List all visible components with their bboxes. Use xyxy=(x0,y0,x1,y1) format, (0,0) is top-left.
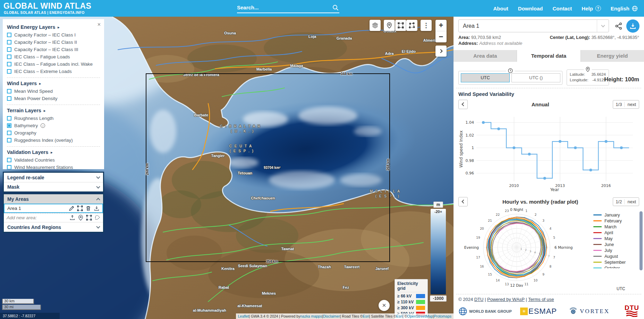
vortex-icon xyxy=(569,307,578,316)
draw-polygon-button[interactable] xyxy=(406,20,417,31)
legend-rescale-toggle[interactable]: Legend re-scale xyxy=(4,173,103,182)
layer-item[interactable]: Bathymetryi xyxy=(7,122,100,129)
layer-checkbox[interactable] xyxy=(7,89,11,93)
layer-item[interactable]: Capacity Factor – IEC Class III xyxy=(7,46,100,53)
attribution-link[interactable]: OpenStreetMap xyxy=(407,314,433,318)
layer-item[interactable]: IEC Class – Fatigue Loads xyxy=(7,53,100,60)
attribution-link[interactable]: Esri xyxy=(396,314,402,318)
layer-checkbox[interactable] xyxy=(7,62,11,66)
close-legend-button[interactable]: ✕ xyxy=(379,300,390,311)
share-button[interactable] xyxy=(615,22,623,30)
layer-item[interactable]: Roughness Length xyxy=(7,115,100,122)
layer-item[interactable]: IEC Class – Fatigue Loads incl. Wake xyxy=(7,60,100,68)
close-icon[interactable]: ✕ xyxy=(97,22,101,27)
layer-checkbox[interactable] xyxy=(7,138,11,142)
panel-scrollbar[interactable] xyxy=(639,211,643,270)
utc-local-button[interactable]: UTC () xyxy=(511,73,560,82)
svg-text:4: 4 xyxy=(534,251,536,254)
zoom-in-button[interactable]: + xyxy=(435,20,447,31)
terms-link[interactable]: Terms of use xyxy=(528,297,554,302)
tab-energy-yield[interactable]: Energy yield xyxy=(581,50,644,62)
attribution-link[interactable]: Esri xyxy=(363,314,369,318)
download-area-icon[interactable] xyxy=(94,205,100,211)
selection-right-length: 268 km xyxy=(387,159,390,171)
area-selection-rectangle[interactable]: 344 km 354 km 268 km 268 km 93704 km² xyxy=(146,73,390,262)
area-stat-label: Area: xyxy=(458,35,470,40)
layer-checkbox[interactable] xyxy=(7,40,11,44)
layer-item[interactable]: Capacity Factor – IEC Class I xyxy=(7,31,100,39)
layer-checkbox[interactable] xyxy=(7,158,11,162)
nav-download[interactable]: Download xyxy=(518,6,543,11)
mask-toggle[interactable]: Mask xyxy=(4,182,103,191)
nav-language[interactable]: English xyxy=(611,6,638,11)
layer-item[interactable]: Wind Measurement Stations xyxy=(7,164,100,169)
layer-checkbox[interactable] xyxy=(7,33,11,37)
layer-item[interactable]: Capacity Factor – IEC Class II xyxy=(7,39,100,46)
layer-checkbox[interactable] xyxy=(7,116,11,121)
radar-prev-button[interactable] xyxy=(458,197,468,206)
svg-text:1: 1 xyxy=(472,146,474,150)
layer-item[interactable]: Validated Countries xyxy=(7,156,100,164)
download-report-button[interactable] xyxy=(626,19,639,33)
attribution-link[interactable]: Protomaps xyxy=(434,314,451,318)
radar-legend-item: August xyxy=(593,253,639,259)
nav-contact[interactable]: Contact xyxy=(552,6,572,11)
layer-checkbox[interactable] xyxy=(7,96,11,101)
area-select[interactable]: Area 1 xyxy=(458,19,609,32)
layer-checkbox[interactable] xyxy=(7,165,11,169)
annual-page-indicator: 1/3 xyxy=(613,102,625,107)
layer-checkbox[interactable] xyxy=(7,69,11,74)
edit-area-icon[interactable] xyxy=(69,205,75,211)
wasp-link[interactable]: Powered by WAsP xyxy=(487,297,525,302)
layer-section-header[interactable]: Wind Energy Layers▸ xyxy=(7,24,100,30)
utc-button[interactable]: UTC xyxy=(461,73,510,82)
layer-item[interactable]: Orography xyxy=(7,129,100,137)
info-icon[interactable]: i xyxy=(41,123,45,128)
dtu-link[interactable]: DTU xyxy=(474,297,484,302)
attribution-link[interactable]: Leaflet xyxy=(238,314,249,318)
layer-item[interactable]: IEC Class – Extreme Loads xyxy=(7,68,100,75)
rectangle-area-icon[interactable] xyxy=(86,215,92,221)
svg-text:10: 10 xyxy=(534,279,538,282)
layer-section-header[interactable]: Validation Layers▸ xyxy=(7,146,100,155)
nav-about[interactable]: About xyxy=(493,6,508,11)
layer-checkbox[interactable] xyxy=(7,123,11,128)
attribution-link[interactable]: Disclaimer xyxy=(323,314,340,318)
upload-area-icon[interactable] xyxy=(69,215,75,221)
map-place-label: Seedi Sulayman xyxy=(238,264,267,268)
select-area-icon[interactable] xyxy=(77,205,83,211)
svg-text:13: 13 xyxy=(505,283,509,286)
radar-chart: 0 Night123456 Morning789101112 Day131415… xyxy=(464,208,589,287)
radar-pager[interactable]: 1/2 next xyxy=(613,197,639,206)
my-areas-toggle[interactable]: My Areas xyxy=(4,194,103,204)
drop-pin-button[interactable] xyxy=(384,20,395,31)
nav-help[interactable]: Help? xyxy=(582,6,601,11)
layer-item[interactable]: Ruggedness Index (overlay) xyxy=(7,137,100,144)
longitude-label: Longitude: xyxy=(570,77,588,83)
layer-checkbox[interactable] xyxy=(7,55,11,59)
layer-item[interactable]: Mean Wind Speed xyxy=(7,88,100,95)
annual-prev-button[interactable] xyxy=(458,100,468,109)
freehand-area-icon[interactable] xyxy=(94,215,100,221)
basemap-layers-button[interactable] xyxy=(370,20,381,31)
layer-section-header[interactable]: Wind Layers▸ xyxy=(7,77,100,86)
search-input[interactable] xyxy=(237,3,328,12)
layer-checkbox[interactable] xyxy=(7,131,11,135)
area-row[interactable]: Area 1 xyxy=(4,204,103,213)
layer-item[interactable]: Mean Power Density xyxy=(7,95,100,102)
annual-next-button[interactable]: next xyxy=(625,102,639,107)
radar-next-button[interactable]: next xyxy=(625,199,639,204)
layer-checkbox[interactable] xyxy=(7,47,11,52)
pin-area-icon[interactable] xyxy=(78,215,84,221)
zoom-out-button[interactable]: − xyxy=(435,31,447,42)
attribution-link[interactable]: nazka mapps xyxy=(300,314,322,318)
map-more-options-button[interactable]: ⋮ xyxy=(421,20,432,31)
panel-collapse-button[interactable] xyxy=(435,46,447,57)
annual-pager[interactable]: 1/3 next xyxy=(613,100,639,109)
countries-regions-toggle[interactable]: Countries And Regions xyxy=(4,222,103,232)
tab-area-data[interactable]: Area data xyxy=(454,50,517,62)
delete-area-icon[interactable] xyxy=(85,205,91,211)
draw-rectangle-button[interactable] xyxy=(395,20,406,31)
tab-temporal-data[interactable]: Temporal data xyxy=(517,50,581,62)
layer-section-header[interactable]: Terrain Layers▸ xyxy=(7,105,100,113)
